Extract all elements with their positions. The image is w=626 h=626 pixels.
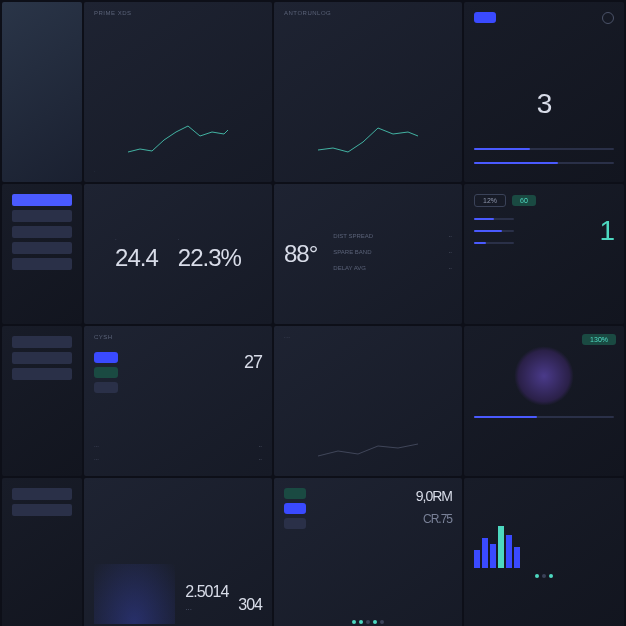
progress-bar (474, 148, 614, 150)
chart-panel-a: PRIME XDS · (84, 2, 272, 182)
control-panel: CYSH 27 ····· ····· (84, 326, 272, 476)
nav-item[interactable] (12, 352, 72, 364)
panel-label: ··· (284, 334, 291, 340)
line-chart-a (94, 112, 262, 162)
radial-panel: 130% (464, 326, 624, 476)
action-button[interactable] (284, 518, 306, 529)
nav-item[interactable] (12, 210, 72, 222)
metric-label: · (178, 236, 241, 242)
nav-item[interactable] (12, 194, 72, 206)
dot-icon[interactable] (373, 620, 377, 624)
metrics-panel: · 24.4 · 22.3% (84, 184, 272, 324)
line-chart-b (284, 112, 452, 162)
dot-icon[interactable] (366, 620, 370, 624)
badge: 12% (474, 194, 506, 207)
metric-value: CR.75 (423, 512, 452, 526)
action-button[interactable] (94, 382, 118, 393)
nav-item[interactable] (12, 336, 72, 348)
metric-value: 88° (284, 240, 317, 268)
progress-bar (474, 162, 614, 164)
thumbnail-panel (2, 2, 82, 182)
dot-icon[interactable] (542, 574, 546, 578)
stat-row: DIST SPREAD·· (333, 233, 452, 239)
globe-panel: 2.5014 ··· 304 (84, 478, 272, 626)
dot-icon[interactable] (380, 620, 384, 624)
side-metrics: 12% 60 1 (464, 184, 624, 324)
pager-dots (274, 620, 462, 624)
nav-item[interactable] (12, 258, 72, 270)
globe-visual (94, 564, 175, 624)
mini-bar (474, 230, 514, 232)
metric-value: 304 (238, 596, 262, 614)
dot-icon[interactable] (535, 574, 539, 578)
sidebar-nav-c (2, 478, 82, 626)
action-button[interactable] (284, 503, 306, 514)
metric-value: 3 (537, 88, 552, 120)
badge: 130% (582, 334, 616, 345)
metric-value: 22.3% (178, 244, 241, 272)
metric-value: 27 (244, 352, 262, 373)
action-button[interactable] (94, 352, 118, 363)
action-button[interactable] (94, 367, 118, 378)
panel-label: PRIME XDS (94, 10, 132, 16)
metric-label: · (115, 236, 158, 242)
pager-dots (474, 574, 614, 578)
nav-item[interactable] (12, 226, 72, 238)
nav-item[interactable] (12, 488, 72, 500)
sidebar-nav (2, 184, 82, 324)
mini-bar (474, 242, 514, 244)
nav-item[interactable] (12, 242, 72, 254)
action-button[interactable] (284, 488, 306, 499)
bar-chart (474, 508, 614, 568)
progress-bar (474, 416, 614, 418)
panel-label: CYSH (94, 334, 113, 340)
chart-panel-c: ··· (274, 326, 462, 476)
summary-panel: 9,0RM CR.75 (274, 478, 462, 626)
axis-tick: · (94, 168, 95, 174)
badge: 60 (512, 195, 536, 206)
bars-panel (464, 478, 624, 626)
panel-label: ANTORUNLOG (284, 10, 331, 16)
metric-value: 9,0RM (416, 488, 452, 504)
metric-sub: ··· (185, 605, 228, 614)
dot-icon[interactable] (352, 620, 356, 624)
list-item: ····· (94, 443, 262, 449)
metric-value: 24.4 (115, 244, 158, 272)
nav-item[interactable] (12, 504, 72, 516)
settings-icon[interactable] (602, 12, 614, 24)
mini-bar (474, 218, 514, 220)
stats-panel: 88° DIST SPREAD·· SPARE BAND·· DELAY AVG… (274, 184, 462, 324)
nav-item[interactable] (12, 368, 72, 380)
side-panel-top: 3 (464, 2, 624, 182)
list-item: ····· (94, 456, 262, 462)
dot-icon[interactable] (359, 620, 363, 624)
metric-value: 1 (599, 215, 614, 247)
sidebar-nav-b (2, 326, 82, 476)
area-chart (284, 396, 452, 466)
stat-row: DELAY AVG·· (333, 265, 452, 271)
status-pill[interactable] (474, 12, 496, 23)
metric-value: 2.5014 (185, 583, 228, 601)
chart-panel-b: ANTORUNLOG (274, 2, 462, 182)
radial-chart (514, 346, 574, 406)
stat-row: SPARE BAND·· (333, 249, 452, 255)
dot-icon[interactable] (549, 574, 553, 578)
